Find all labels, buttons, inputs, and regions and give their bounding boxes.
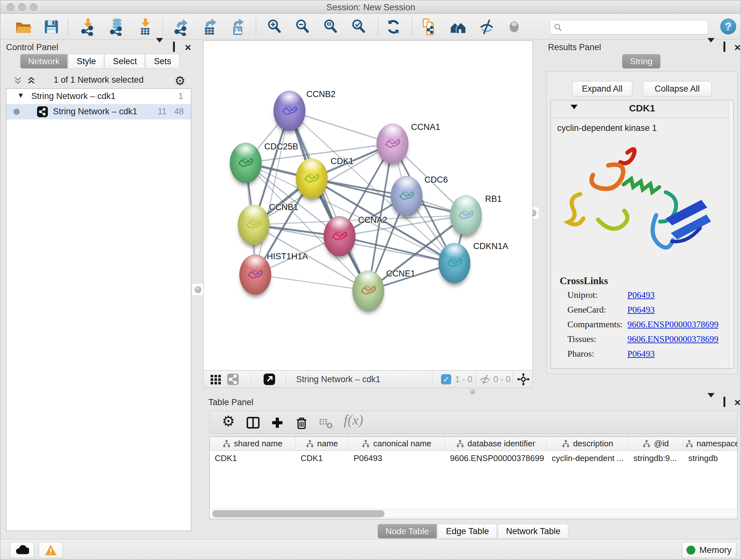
open-folder-icon[interactable] [14,18,32,36]
columns-icon[interactable] [246,415,261,430]
refresh-layout-icon[interactable] [385,18,402,36]
add-column-icon[interactable] [270,415,285,430]
network-node-ccna2[interactable] [324,216,355,256]
import-network-icon[interactable] [79,18,97,36]
show-elements-icon[interactable] [505,18,523,36]
network-node-cdkn1a[interactable] [439,243,470,283]
hide-elements-icon[interactable] [478,18,495,36]
export-image-icon[interactable] [229,18,247,36]
column-header-namespace[interactable]: namespace [683,437,738,450]
results-scrollbar[interactable] [729,101,733,368]
results-panel-float-icon[interactable] [724,43,725,51]
memory-button[interactable]: Memory [682,542,736,558]
houses-icon[interactable] [449,18,467,36]
help-icon[interactable]: ? [720,18,736,35]
selected-checkbox[interactable]: ✓ [441,374,451,384]
gear-icon[interactable]: ⚙ [222,413,235,430]
import-database-icon[interactable] [108,18,125,36]
table-panel-close-icon[interactable]: × [734,398,741,407]
tab-sets[interactable]: Sets [146,54,179,69]
network-node-cdk1[interactable] [296,159,328,199]
network-node-ccnb2[interactable] [273,91,306,131]
tab-string[interactable]: String [622,54,661,69]
cell-name[interactable]: CDK1 [295,451,348,465]
crosslink-pharos-link[interactable]: P06493 [627,349,655,359]
gene-card-header[interactable]: CDK1 [551,100,733,118]
cell-shared-name[interactable]: CDK1 [210,451,295,465]
warning-icon[interactable] [39,542,63,558]
collapse-all-button[interactable]: Collapse All [643,81,712,97]
network-options-gear-icon[interactable]: ⚙ [175,74,185,88]
network-node-ccna1[interactable] [377,124,408,164]
clone-network-icon[interactable] [420,18,438,36]
cell-database-identifier[interactable]: 9606.ENSP00000378699 [445,451,547,465]
column-header-description[interactable]: description [547,437,628,450]
table-panel-menu-icon[interactable] [708,397,715,407]
column-header--id[interactable]: @id [628,437,683,450]
function-builder-icon[interactable]: f(x) [344,412,363,428]
network-node-cdc25b[interactable] [230,143,262,183]
network-node-cdc6[interactable] [391,176,422,216]
network-canvas[interactable]: CCNB2CCNA1CDC25BCDK1CDC6RB1CCNB1CCNA2CDK… [203,41,533,371]
control-panel-float-icon[interactable] [173,43,175,51]
save-icon[interactable] [43,18,60,36]
network-node-hist1h1a[interactable] [239,254,271,295]
control-panel-menu-icon[interactable] [156,43,163,51]
table-panel-float-icon[interactable] [724,397,725,407]
results-panel-close-icon[interactable]: × [734,43,741,51]
cloud-icon[interactable] [10,542,34,558]
delete-icon[interactable] [294,415,309,430]
results-panel-menu-icon[interactable] [708,43,715,51]
protein-scribble-icon [279,100,300,121]
export-network-icon[interactable] [173,18,191,36]
left-splitter-handle[interactable] [192,284,204,296]
column-header-shared-name[interactable]: shared name [210,437,295,450]
horizontal-splitter-handle[interactable] [470,389,475,394]
protein-structure-image [560,136,723,270]
tab-network-table[interactable]: Network Table [498,524,569,539]
zoom-out-icon[interactable] [294,18,312,36]
node-table: shared namenamecanonical namedatabase id… [209,436,738,519]
zoom-in-icon[interactable] [266,18,284,36]
network-node-ccne1[interactable] [352,270,384,311]
share-network-icon[interactable] [226,373,239,386]
open-external-icon[interactable] [263,373,276,386]
delete-table-icon[interactable] [318,415,333,430]
cell-canonical-name[interactable]: P06493 [348,451,445,465]
cell-description[interactable]: cyclin-dependent ... [547,451,628,465]
column-header-database-identifier[interactable]: database identifier [445,437,547,450]
move-crosshair-icon[interactable] [517,373,530,386]
crosslink-row-pharos: Pharos:P06493 [567,349,727,359]
network-collection-row[interactable]: ▼ String Network – cdk1 1 [6,89,191,104]
tab-style[interactable]: Style [69,54,104,69]
collection-expander-icon[interactable]: ▼ [17,91,24,100]
export-table-icon[interactable] [201,18,219,36]
import-table-icon[interactable] [136,18,154,36]
birds-eye-icon[interactable] [209,373,222,386]
column-header-canonical-name[interactable]: canonical name [348,437,445,450]
crosslink-uniprot-link[interactable]: P06493 [627,290,655,300]
cell--id[interactable]: stringdb:9... [628,451,683,465]
crosslink-compartments-link[interactable]: 9606.ENSP00000378699 [627,319,718,329]
tab-edge-table[interactable]: Edge Table [439,524,497,539]
column-header-name[interactable]: name [295,437,348,450]
control-panel-close-icon[interactable]: × [185,43,191,51]
search-field[interactable] [565,21,703,33]
crosslink-tissues-link[interactable]: 9606.ENSP00000378699 [627,334,718,344]
hidden-counts: 0 - 0 [493,374,511,384]
table-row[interactable]: CDK1CDK1P064939606.ENSP00000378699cyclin… [210,451,737,465]
tab-network[interactable]: Network [20,54,68,69]
zoom-selected-icon[interactable] [350,18,368,36]
network-node-rb1[interactable] [450,195,482,235]
scrollbar-thumb[interactable] [212,510,385,517]
tab-select[interactable]: Select [105,54,145,69]
network-row[interactable]: String Network – cdk1 11 48 [6,104,191,119]
table-horizontal-scrollbar[interactable] [209,509,738,518]
tab-node-table[interactable]: Node Table [378,524,437,539]
network-node-ccnb1[interactable] [238,205,270,245]
search-input[interactable] [550,20,708,35]
cell-namespace[interactable]: stringdb [683,451,738,465]
crosslink-genecard-link[interactable]: P06493 [627,305,655,314]
zoom-fit-icon[interactable] [322,18,340,36]
expand-all-button[interactable]: Expand All [572,81,632,97]
